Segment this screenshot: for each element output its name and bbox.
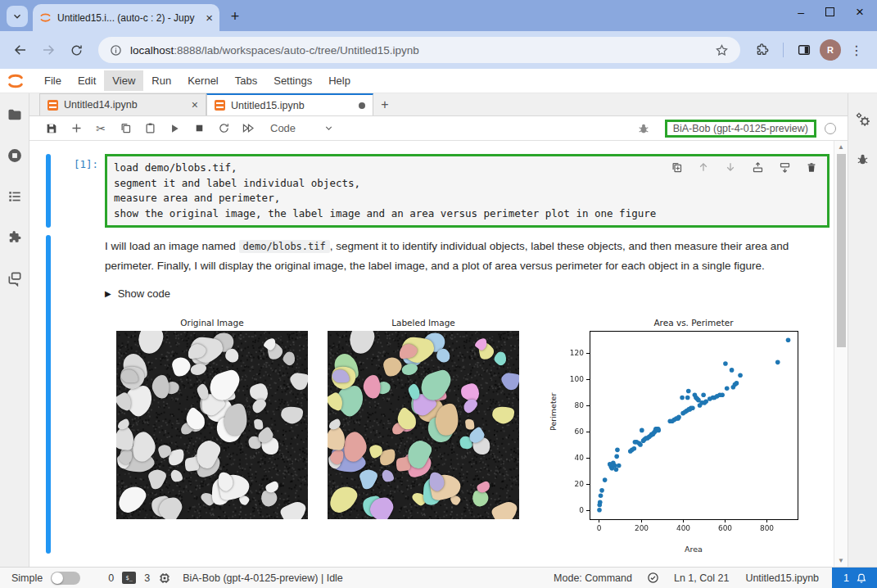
dock-tab-label: Untitled15.ipynb xyxy=(231,100,353,111)
file-browser-icon[interactable] xyxy=(7,106,23,123)
menu-view[interactable]: View xyxy=(104,70,143,91)
run-cell-button[interactable] xyxy=(164,119,185,138)
bookmark-star-icon[interactable] xyxy=(715,43,729,57)
restart-kernel-button[interactable] xyxy=(213,119,234,138)
copy-cell-button[interactable] xyxy=(115,119,136,138)
back-button[interactable] xyxy=(8,38,33,62)
extension-manager-icon[interactable] xyxy=(7,229,23,246)
tab-close-icon[interactable]: × xyxy=(206,11,213,24)
window-controls: – × xyxy=(798,0,870,25)
mode-indicator[interactable]: Mode: Command xyxy=(554,572,632,584)
copy-icon xyxy=(120,122,132,134)
property-inspector-icon[interactable] xyxy=(855,111,871,128)
running-kernels-icon[interactable] xyxy=(7,147,23,164)
terminal-icon: $_ xyxy=(122,572,136,584)
dock-tab-close-icon[interactable]: × xyxy=(192,98,198,111)
restart-run-all-button[interactable] xyxy=(237,119,259,138)
chrome-menu-button[interactable]: ⋮ xyxy=(844,38,869,62)
simple-mode-toggle[interactable] xyxy=(51,572,80,585)
browser-tab[interactable]: Untitled15.i... (auto-c : 2) - Jupy × xyxy=(33,4,219,31)
notebook-scrollbar[interactable]: ▲ ▼ xyxy=(834,141,848,567)
show-code-label: Show code xyxy=(118,287,170,300)
extensions-button[interactable] xyxy=(750,38,775,62)
dock-tab-untitled15[interactable]: Untitled15.ipynb xyxy=(206,93,373,115)
forward-arrow-icon xyxy=(41,43,56,57)
labeled-image xyxy=(328,331,519,519)
menu-edit[interactable]: Edit xyxy=(70,70,104,91)
save-button[interactable] xyxy=(41,119,62,138)
kernel-status-text[interactable]: BiA-Bob (gpt-4-0125-preview) | Idle xyxy=(183,572,343,584)
scrollbar-thumb[interactable] xyxy=(837,154,846,347)
debugger-bug-icon[interactable] xyxy=(637,122,650,135)
scatter-plot xyxy=(558,329,804,544)
duplicate-icon xyxy=(671,161,683,174)
side-panel-button[interactable] xyxy=(792,38,816,62)
insert-above-icon xyxy=(752,161,764,174)
trust-shield-icon xyxy=(647,572,659,584)
avatar[interactable]: R xyxy=(820,39,841,61)
paste-cell-button[interactable] xyxy=(139,119,160,138)
cell-type-dropdown[interactable]: Code xyxy=(270,122,334,134)
forward-button[interactable] xyxy=(36,38,61,62)
url-text[interactable]: localhost:8888/lab/workspaces/auto-c/tre… xyxy=(130,44,707,57)
cursor-position[interactable]: Ln 1, Col 21 xyxy=(674,572,729,584)
left-sidebar xyxy=(0,93,29,567)
window-close-button[interactable]: × xyxy=(856,4,864,20)
new-notebook-tab-button[interactable]: + xyxy=(373,93,396,115)
kernel-name[interactable]: BiA-Bob (gpt-4-0125-preview) xyxy=(665,120,816,138)
labeled-image-panel: Labeled Image xyxy=(328,318,519,519)
info-icon xyxy=(110,44,122,57)
url-path: :8888/lab/workspaces/auto-c/tree/Untitle… xyxy=(174,44,418,57)
table-of-contents-icon[interactable] xyxy=(7,188,23,205)
code-line: segment it and label individual objects, xyxy=(114,176,820,192)
move-cell-up-button[interactable] xyxy=(696,160,711,174)
reload-icon xyxy=(70,43,84,57)
menu-run[interactable]: Run xyxy=(143,70,179,91)
tab-search-button[interactable] xyxy=(7,6,28,27)
debugger-sidebar-icon[interactable] xyxy=(856,152,870,166)
kernel-count[interactable]: 3 xyxy=(144,572,150,584)
scroll-up-icon[interactable]: ▲ xyxy=(834,143,848,151)
reload-button[interactable] xyxy=(64,38,88,62)
menu-settings[interactable]: Settings xyxy=(265,70,320,91)
menu-help[interactable]: Help xyxy=(320,70,359,91)
scroll-down-icon[interactable]: ▼ xyxy=(834,557,848,564)
move-cell-down-button[interactable] xyxy=(723,160,738,174)
kernel-chip-icon xyxy=(158,572,171,585)
minimize-button[interactable]: – xyxy=(798,6,804,19)
menu-tabs[interactable]: Tabs xyxy=(227,70,265,91)
notebook-file-icon xyxy=(215,100,225,111)
dock-tab-untitled14[interactable]: Untitled14.ipynb × xyxy=(39,93,206,115)
add-cell-button[interactable] xyxy=(66,119,87,138)
cell-editor[interactable]: load demo/blobs.tif, segment it and labe… xyxy=(105,154,830,228)
scatter-plot-panel: Area vs. Perimeter Area Perimeter xyxy=(547,318,804,554)
notification-badge[interactable]: 1 xyxy=(832,568,877,588)
notebook-toolbar: ✂ Code BiA- xyxy=(29,116,848,141)
figure-output: Original Image Labeled Image Area vs. Pe… xyxy=(116,318,828,554)
url-bar[interactable]: localhost:8888/lab/workspaces/auto-c/tre… xyxy=(98,37,740,63)
cell-output: I will load an image named demo/blobs.ti… xyxy=(29,235,833,554)
insert-cell-below-button[interactable] xyxy=(777,160,792,174)
maximize-button[interactable] xyxy=(825,6,834,19)
fast-forward-icon xyxy=(242,122,255,134)
new-tab-button[interactable]: + xyxy=(224,6,246,27)
collapse-triangle-icon: ▶ xyxy=(105,289,111,298)
delete-cell-button[interactable] xyxy=(804,160,819,174)
chat-icon[interactable] xyxy=(7,270,23,287)
code-cell[interactable]: [1]: load demo/blobs.tif, segment it and… xyxy=(29,154,833,228)
menu-kernel[interactable]: Kernel xyxy=(179,70,227,91)
menu-file[interactable]: File xyxy=(36,70,70,91)
inline-code: demo/blobs.tif xyxy=(239,240,330,253)
kernel-status-icon[interactable] xyxy=(825,123,836,134)
statusbar-filename[interactable]: Untitled15.ipynb xyxy=(745,572,819,584)
jupyter-logo-icon xyxy=(5,72,26,90)
cut-cell-button[interactable]: ✂ xyxy=(90,119,111,138)
insert-cell-above-button[interactable] xyxy=(750,160,765,174)
duplicate-cell-button[interactable] xyxy=(669,160,684,174)
show-code-toggle[interactable]: ▶ Show code xyxy=(105,287,828,300)
notification-count: 1 xyxy=(843,572,849,584)
extensions-puzzle-icon xyxy=(755,43,770,57)
interrupt-kernel-button[interactable] xyxy=(188,119,210,138)
simple-mode-label: Simple xyxy=(11,572,43,584)
terminal-count[interactable]: 0 xyxy=(108,572,114,584)
